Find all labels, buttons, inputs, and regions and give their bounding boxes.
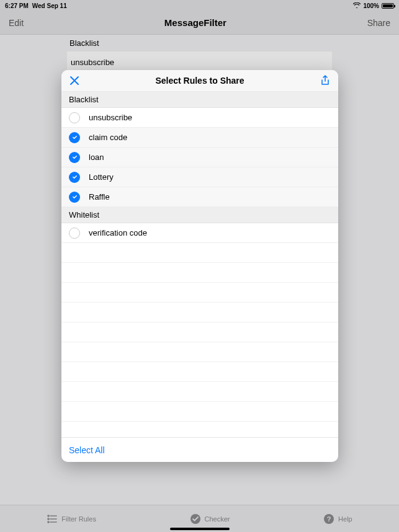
modal-title: Select Rules to Share [155,76,244,86]
share-rules-modal: Select Rules to Share Blacklist unsubscr… [61,70,338,462]
empty-row [61,243,338,263]
rule-label: verification code [89,228,147,237]
edit-button[interactable]: Edit [9,18,24,28]
checkbox-checked-icon[interactable] [69,152,80,163]
modal-header: Select Rules to Share [61,70,338,92]
empty-row [61,382,338,402]
svg-text:?: ? [327,515,331,523]
rule-row[interactable]: Raffle [61,187,338,207]
rule-label: unsubscribe [89,113,132,122]
rule-label: loan [89,153,104,162]
checkbox-checked-icon[interactable] [69,172,80,183]
page-title: MessageFilter [164,17,226,28]
empty-row [61,402,338,422]
checkbox-icon[interactable] [69,112,80,123]
rule-label: claim code [89,133,127,142]
close-icon[interactable] [69,75,80,86]
status-bar: 6:27 PM Wed Sep 11 100% [0,0,399,11]
battery-icon [382,3,394,9]
home-indicator [170,528,230,530]
empty-row [61,283,338,303]
share-icon[interactable] [320,75,331,86]
empty-row [61,422,338,437]
rule-row[interactable]: claim code [61,128,338,148]
modal-footer: Select All [61,437,338,462]
tab-checker[interactable]: Checker [190,513,230,525]
section-header-blacklist: Blacklist [61,92,338,108]
empty-row [61,263,338,283]
help-icon: ? [323,513,334,525]
empty-row [61,342,338,362]
wifi-icon [353,2,361,9]
checkbox-checked-icon[interactable] [69,192,80,203]
empty-row [61,322,338,342]
svg-point-5 [48,521,49,523]
rule-label: Raffle [89,192,110,202]
tab-label: Filter Rules [61,515,96,523]
select-all-button[interactable]: Select All [69,445,105,455]
empty-row [61,362,338,382]
nav-bar: Edit MessageFilter Share [0,11,399,35]
empty-row [61,303,338,322]
rule-row[interactable]: Lottery [61,167,338,187]
rule-row[interactable]: verification code [61,223,338,243]
list-icon [47,513,58,525]
tab-filter-rules[interactable]: Filter Rules [47,513,96,525]
share-button-nav[interactable]: Share [367,18,390,28]
bg-section-blacklist: Blacklist [0,35,399,51]
svg-point-4 [48,518,49,520]
checkbox-icon[interactable] [69,228,80,239]
tab-label: Checker [205,515,230,523]
section-header-whitelist: Whitelist [61,207,338,223]
rule-row[interactable]: unsubscribe [61,108,338,128]
checkbox-checked-icon[interactable] [69,132,80,143]
status-time: 6:27 PM [5,2,29,9]
rule-label: Lottery [89,172,114,182]
rule-row[interactable]: loan [61,148,338,167]
check-circle-icon [190,513,201,525]
battery-pct: 100% [363,2,379,9]
status-date: Wed Sep 11 [32,2,67,9]
svg-point-3 [48,515,49,516]
tab-label: Help [338,515,352,523]
modal-body: Blacklist unsubscribe claim code loan Lo… [61,92,338,437]
tab-help[interactable]: ? Help [323,513,352,525]
